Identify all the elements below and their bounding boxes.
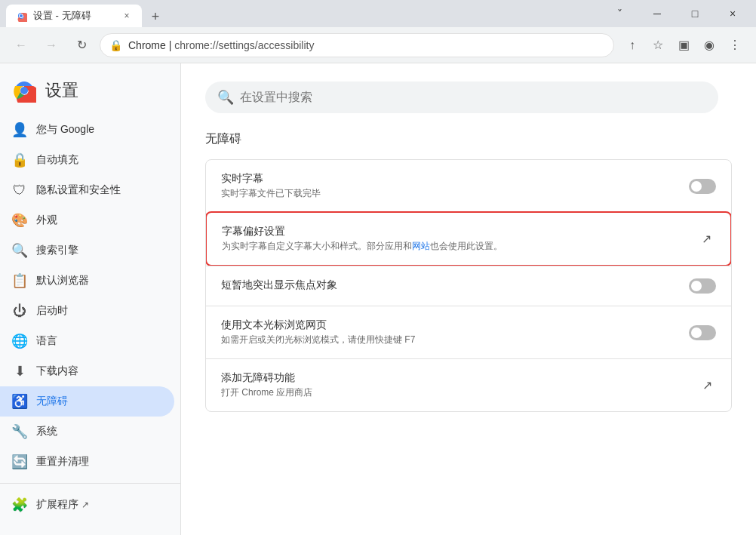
privacy-label: 隐私设置和安全性: [36, 183, 121, 197]
downloads-icon: ⬇: [12, 364, 27, 379]
external-link-add_accessibility[interactable]: ↗: [698, 377, 716, 395]
sidebar-item-system[interactable]: 🔧 系统: [0, 417, 174, 447]
row-title-captions: 实时字幕: [221, 172, 677, 186]
appearance-icon: 🎨: [12, 213, 27, 228]
content-area: 🔍 无障碍 实时字幕 实时字幕文件已下载完毕 字幕偏好设置 为实时字幕自定义字幕…: [181, 63, 756, 535]
search-icon: 🔍: [217, 89, 234, 106]
menu-button[interactable]: ⋮: [723, 33, 747, 57]
forward-button[interactable]: →: [39, 33, 63, 57]
external-link-caption_prefs[interactable]: ↗: [697, 230, 715, 248]
autofill-icon: 🔒: [12, 152, 27, 168]
settings-row-caret[interactable]: 使用文本光标浏览网页 如需开启或关闭光标浏览模式，请使用快捷键 F7: [206, 306, 731, 358]
sidebar: 设置 👤 您与 Google 🔒 自动填充 🛡 隐私设置和安全性 🎨 外观 🔍 …: [0, 63, 181, 535]
address-text: Chrome | chrome://settings/accessibility: [128, 39, 604, 51]
google-icon: 👤: [12, 122, 27, 137]
google-label: 您与 Google: [36, 123, 94, 137]
system-label: 系统: [36, 425, 57, 438]
startup-label: 启动时: [36, 304, 68, 318]
sidebar-item-startup[interactable]: ⏻ 启动时: [0, 296, 174, 326]
row-title-caption_prefs: 字幕偏好设置: [222, 225, 685, 238]
sidebar-item-privacy[interactable]: 🛡 隐私设置和安全性: [0, 175, 174, 205]
window-controls: ˅ ─ □ ×: [602, 0, 750, 27]
sidebar-item-browser[interactable]: 📋 默认浏览器: [0, 266, 174, 296]
appearance-label: 外观: [36, 214, 57, 227]
sidebar-item-autofill[interactable]: 🔒 自动填充: [0, 145, 174, 175]
back-button[interactable]: ←: [9, 33, 33, 57]
refresh-button[interactable]: ↻: [69, 33, 94, 57]
sidebar-items-list: 👤 您与 Google 🔒 自动填充 🛡 隐私设置和安全性 🎨 外观 🔍 搜索引…: [0, 115, 180, 477]
tab-title: 设置 - 无障碍: [33, 9, 115, 23]
extensions-icon: 🧩: [12, 497, 27, 512]
row-title-add_accessibility: 添加无障碍功能: [221, 371, 686, 385]
extension-button[interactable]: ▣: [671, 33, 696, 57]
bookmark-button[interactable]: ☆: [646, 33, 670, 57]
downloads-label: 下载内容: [36, 364, 78, 378]
autofill-label: 自动填充: [36, 153, 78, 167]
row-text-caption_prefs: 字幕偏好设置 为实时字幕自定义字幕大小和样式。部分应用和网站也会使用此设置。: [222, 225, 685, 253]
settings-row-focus[interactable]: 短暂地突出显示焦点对象: [206, 266, 731, 306]
sidebar-divider: [0, 483, 180, 484]
tab-close-button[interactable]: ×: [121, 10, 133, 22]
chrome-tab-icon: [15, 10, 27, 22]
search-label: 搜索引擎: [36, 244, 78, 257]
row-text-focus: 短暂地突出显示焦点对象: [221, 278, 677, 294]
settings-row-add_accessibility[interactable]: 添加无障碍功能 打开 Chrome 应用商店 ↗: [206, 358, 731, 411]
sidebar-item-downloads[interactable]: ⬇ 下载内容: [0, 356, 174, 386]
language-icon: 🌐: [12, 334, 27, 349]
reset-label: 重置并清理: [36, 455, 89, 469]
browser-icon: 📋: [12, 273, 27, 288]
language-label: 语言: [36, 334, 57, 348]
accessibility-icon: ♿: [12, 394, 27, 409]
sidebar-item-search[interactable]: 🔍 搜索引擎: [0, 235, 174, 266]
browser-window: 设置 - 无障碍 × + ˅ ─ □ × ← → ↻ 🔒 Chrome | ch…: [0, 0, 756, 535]
search-input-wrap[interactable]: 🔍: [205, 81, 718, 113]
row-text-caret: 使用文本光标浏览网页 如需开启或关闭光标浏览模式，请使用快捷键 F7: [221, 318, 677, 346]
sidebar-item-language[interactable]: 🌐 语言: [0, 326, 174, 356]
search-input[interactable]: [240, 91, 706, 104]
toggle-focus[interactable]: [689, 278, 716, 294]
section-title: 无障碍: [205, 131, 732, 147]
nav-bar: ← → ↻ 🔒 Chrome | chrome://settings/acces…: [0, 27, 756, 63]
row-text-add_accessibility: 添加无障碍功能 打开 Chrome 应用商店: [221, 371, 686, 399]
new-tab-button[interactable]: +: [145, 6, 166, 27]
profile-button[interactable]: ◉: [697, 33, 721, 57]
address-bar[interactable]: 🔒 Chrome | chrome://settings/accessibili…: [100, 33, 614, 57]
chevron-button[interactable]: ˅: [602, 0, 637, 27]
sidebar-title: 设置: [45, 79, 78, 102]
close-button[interactable]: ×: [715, 0, 750, 27]
sidebar-item-google[interactable]: 👤 您与 Google: [0, 115, 174, 145]
browser-label: 默认浏览器: [36, 274, 89, 287]
reset-icon: 🔄: [12, 454, 27, 469]
row-desc-add_accessibility: 打开 Chrome 应用商店: [221, 386, 686, 399]
sidebar-item-extensions[interactable]: 🧩 扩展程序 ↗: [0, 490, 174, 520]
tab-bar: 设置 - 无障碍 × +: [6, 0, 602, 27]
share-button[interactable]: ↑: [620, 33, 644, 57]
row-title-caret: 使用文本光标浏览网页: [221, 318, 677, 332]
row-text-captions: 实时字幕 实时字幕文件已下载完毕: [221, 172, 677, 200]
address-path: chrome://settings/accessibility: [174, 39, 314, 51]
extensions-external-icon: ↗: [81, 500, 89, 510]
accessibility-label: 无障碍: [36, 395, 68, 408]
svg-point-5: [20, 87, 28, 94]
settings-card: 实时字幕 实时字幕文件已下载完毕 字幕偏好设置 为实时字幕自定义字幕大小和样式。…: [205, 159, 732, 412]
sidebar-item-reset[interactable]: 🔄 重置并清理: [0, 447, 174, 477]
title-bar: 设置 - 无障碍 × + ˅ ─ □ ×: [0, 0, 756, 27]
settings-row-captions[interactable]: 实时字幕 实时字幕文件已下载完毕: [206, 160, 731, 212]
brand-label: Chrome: [128, 39, 166, 51]
toggle-captions[interactable]: [689, 179, 716, 194]
maximize-button[interactable]: □: [678, 0, 712, 27]
settings-row-caption_prefs[interactable]: 字幕偏好设置 为实时字幕自定义字幕大小和样式。部分应用和网站也会使用此设置。 ↗: [205, 211, 732, 266]
search-icon: 🔍: [12, 243, 27, 258]
sidebar-item-appearance[interactable]: 🎨 外观: [0, 205, 174, 235]
privacy-icon: 🛡: [12, 183, 27, 198]
search-bar: 🔍: [205, 81, 732, 113]
active-tab[interactable]: 设置 - 无障碍 ×: [6, 5, 142, 27]
sidebar-header: 设置: [0, 69, 180, 115]
toggle-caret[interactable]: [689, 325, 716, 340]
system-icon: 🔧: [12, 424, 27, 439]
minimize-button[interactable]: ─: [640, 0, 675, 27]
row-desc-caret: 如需开启或关闭光标浏览模式，请使用快捷键 F7: [221, 334, 677, 346]
startup-icon: ⏻: [12, 303, 27, 318]
site-info-icon: 🔒: [109, 39, 122, 51]
sidebar-item-accessibility[interactable]: ♿ 无障碍: [0, 386, 174, 417]
